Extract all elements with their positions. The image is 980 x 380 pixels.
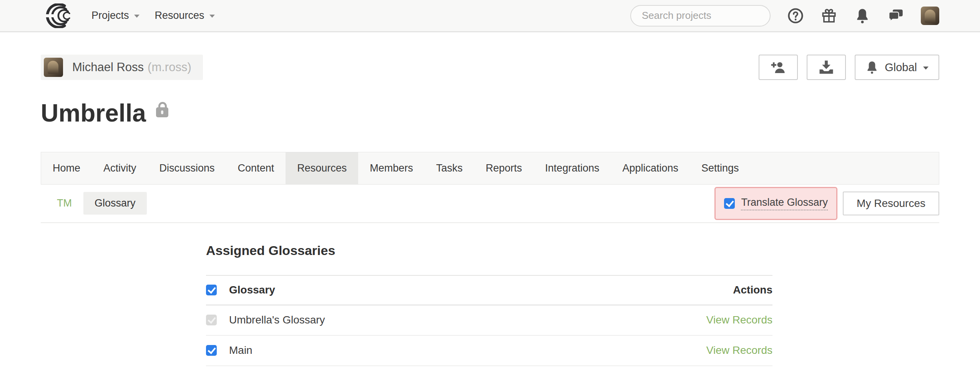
visibility-label: Global: [885, 61, 917, 74]
tab-applications[interactable]: Applications: [611, 152, 690, 184]
subnav-left-group: TM Glossary: [41, 192, 147, 215]
tab-reports[interactable]: Reports: [474, 152, 534, 184]
translate-glossary-highlight-box: Translate Glossary: [714, 187, 837, 220]
subnav-item-glossary[interactable]: Glossary: [83, 192, 147, 215]
visibility-dropdown-button[interactable]: Global: [855, 55, 939, 80]
tab-home[interactable]: Home: [41, 152, 92, 184]
search-input[interactable]: [642, 10, 771, 22]
tab-resources[interactable]: Resources: [286, 152, 358, 184]
owner-name: Michael Ross: [72, 60, 144, 74]
glossary-name: Umbrella's Glossary: [229, 314, 325, 326]
chevron-down-icon: [134, 15, 140, 18]
add-person-icon: [770, 60, 787, 75]
tab-discussions[interactable]: Discussions: [148, 152, 226, 184]
tab-activity[interactable]: Activity: [92, 152, 148, 184]
nav-resources-label: Resources: [155, 10, 204, 22]
column-header-actions: Actions: [733, 284, 772, 296]
view-records-link[interactable]: View Records: [706, 344, 772, 357]
my-resources-button[interactable]: My Resources: [843, 192, 939, 215]
help-icon[interactable]: [787, 7, 804, 24]
notifications-icon[interactable]: [854, 7, 871, 24]
nav-projects-label: Projects: [91, 10, 129, 22]
download-icon: [817, 59, 835, 75]
assigned-glossaries-section: Assigned Glossaries Glossary Actions Umb…: [206, 243, 772, 366]
brand-logo-icon[interactable]: [41, 3, 76, 28]
tab-settings[interactable]: Settings: [690, 152, 751, 184]
nav-resources-menu[interactable]: Resources: [155, 10, 215, 22]
row-checkbox-disabled: [206, 315, 217, 325]
translate-glossary-checkbox[interactable]: [724, 198, 735, 209]
lock-icon: [156, 107, 168, 117]
translate-glossary-label[interactable]: Translate Glossary: [741, 197, 828, 210]
download-button[interactable]: [807, 55, 846, 80]
messages-icon[interactable]: [887, 7, 904, 24]
tab-content[interactable]: Content: [226, 152, 286, 184]
chevron-down-icon: [923, 67, 929, 70]
project-search: [630, 5, 771, 27]
project-owner-badge[interactable]: Michael Ross (m.ross): [41, 55, 203, 80]
header-action-buttons: Global: [750, 55, 939, 80]
invite-members-button[interactable]: [759, 55, 798, 80]
table-row: Umbrella's Glossary View Records: [206, 305, 772, 336]
project-title-row: Umbrella: [41, 95, 939, 131]
user-avatar[interactable]: [921, 7, 939, 25]
glossary-name: Main: [229, 344, 252, 357]
subnav-item-tm[interactable]: TM: [57, 197, 72, 209]
project-tabs: Home Activity Discussions Content Resour…: [41, 152, 939, 185]
owner-avatar: [44, 58, 63, 77]
subnav-right-group: Translate Glossary My Resources: [714, 187, 939, 220]
chevron-down-icon: [209, 15, 215, 18]
row-checkbox[interactable]: [206, 345, 217, 356]
table-header-row: Glossary Actions: [206, 276, 772, 305]
section-heading: Assigned Glossaries: [206, 243, 772, 258]
page-title: Umbrella: [41, 95, 146, 131]
table-row: Main View Records: [206, 336, 772, 366]
select-all-checkbox[interactable]: [206, 285, 217, 295]
resources-subnav: TM Glossary Translate Glossary My Resour…: [41, 185, 939, 223]
gift-icon[interactable]: [821, 7, 837, 24]
tab-members[interactable]: Members: [358, 152, 425, 184]
page-header-row: Michael Ross (m.ross): [41, 55, 939, 80]
nav-projects-menu[interactable]: Projects: [91, 10, 140, 22]
column-header-glossary: Glossary: [229, 284, 275, 296]
owner-username: (m.ross): [148, 60, 191, 74]
glossaries-table: Glossary Actions Umbrella's Glossary Vie…: [206, 275, 772, 366]
tab-tasks[interactable]: Tasks: [425, 152, 474, 184]
tab-integrations[interactable]: Integrations: [533, 152, 611, 184]
bell-icon: [865, 60, 879, 74]
view-records-link[interactable]: View Records: [706, 314, 772, 326]
top-navigation-bar: Projects Resources: [0, 0, 980, 32]
